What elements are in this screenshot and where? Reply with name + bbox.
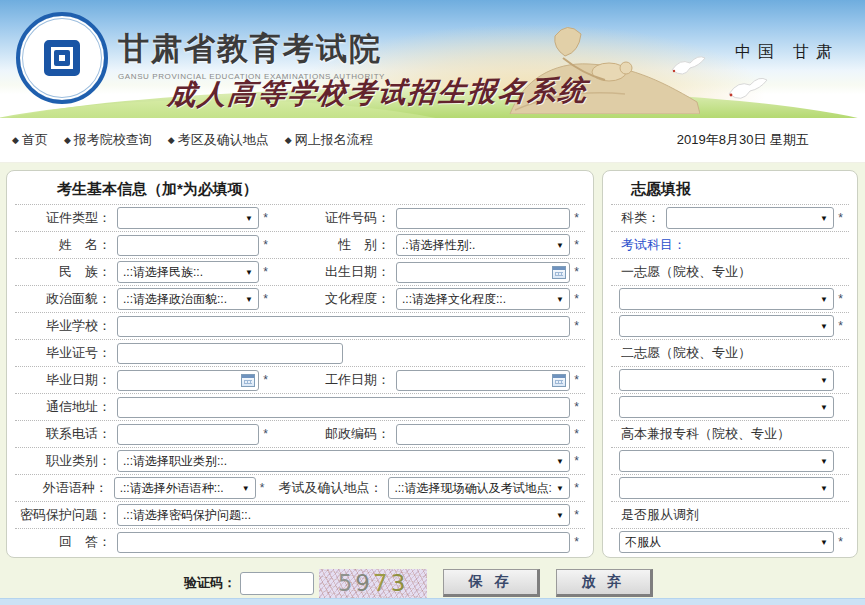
ethnicity-select[interactable]: .::请选择民族::.▼ xyxy=(117,261,259,283)
mailing-address-input[interactable] xyxy=(117,397,570,418)
first-choice-major-select[interactable]: ▼ xyxy=(619,315,834,337)
save-button[interactable]: 保 存 xyxy=(443,569,540,597)
chevron-down-icon: ▼ xyxy=(556,241,564,250)
captcha-image: 5973 xyxy=(319,569,427,598)
foreign-language-select[interactable]: .::请选择外语语种::.▼ xyxy=(114,477,256,499)
form-row: 毕业学校：* xyxy=(15,312,585,339)
field-label: 毕业学校： xyxy=(17,317,111,335)
required-mark: * xyxy=(570,292,583,306)
field-label: 政治面貌： xyxy=(17,290,111,308)
banner: 甘肃省教育考试院 GANSU PROVINCIAL EDUCATION EXAM… xyxy=(0,0,865,118)
required-mark: * xyxy=(259,265,272,279)
dove-icon xyxy=(724,72,770,112)
cancel-button[interactable]: 放 弃 xyxy=(556,569,653,597)
second-choice-major-select[interactable]: ▼ xyxy=(619,396,834,418)
ethnicity-select-value: .::请选择民族::. xyxy=(123,264,203,281)
education-level-select-value: .::请选择文化程度::. xyxy=(402,291,506,308)
occupation-select[interactable]: .::请选择职业类别::.▼ xyxy=(117,450,570,472)
form-row: 政治面貌：.::请选择政治面貌::.▼*文化程度：.::请选择文化程度::.▼* xyxy=(15,285,585,312)
form-title: 考生基本信息（加*为必填项） xyxy=(15,171,585,204)
cert-type-select[interactable]: ▼ xyxy=(117,207,259,229)
nav-item-考区及确认地点[interactable]: ◆考区及确认地点 xyxy=(168,131,269,149)
political-status-select-value: .::请选择政治面貌::. xyxy=(123,291,227,308)
required-mark: * xyxy=(259,427,272,441)
form-row: 回 答：* xyxy=(15,528,585,555)
exam-subjects-link[interactable]: 考试科目： xyxy=(613,236,686,254)
phone-input[interactable] xyxy=(117,424,259,445)
chevron-down-icon: ▼ xyxy=(820,457,828,466)
form-row: 联系电话：*邮政编码：* xyxy=(15,420,585,447)
required-mark: * xyxy=(570,319,583,333)
required-mark: * xyxy=(570,400,583,414)
form-row: 毕业日期：*工作日期：* xyxy=(15,366,585,393)
obey-adjustment-heading: 是否服从调剂 xyxy=(613,506,699,524)
nav-items: ◆首页◆报考院校查询◆考区及确认地点◆网上报名流程 xyxy=(12,131,373,149)
calendar-icon[interactable] xyxy=(241,374,255,387)
logo-seal-glyph xyxy=(44,40,80,76)
birth-date-field[interactable] xyxy=(396,262,570,283)
chevron-down-icon: ▼ xyxy=(820,403,828,412)
form-row: 职业类别：.::请选择职业类别::.▼* xyxy=(15,447,585,474)
concurrent-major-select[interactable]: ▼ xyxy=(619,477,834,499)
obey-adjustment-select[interactable]: 不服从▼ xyxy=(619,531,834,553)
form-row: 外语语种：.::请选择外语语种::.▼*考试及确认地点：.::请选择现场确认及考… xyxy=(15,474,585,501)
cert-number-input[interactable] xyxy=(396,208,570,229)
work-date-field[interactable] xyxy=(396,370,570,391)
field-label: 民 族： xyxy=(17,263,111,281)
exam-site-select-value: .::请选择现场确认及考试地点::. xyxy=(394,480,552,497)
graduation-date-field[interactable] xyxy=(117,370,259,391)
second-choice-school-select[interactable]: ▼ xyxy=(619,369,834,391)
diamond-bullet-icon: ◆ xyxy=(168,135,175,145)
postal-code-input[interactable] xyxy=(396,424,570,445)
subject-category-select[interactable]: ▼ xyxy=(666,207,834,229)
captcha-input[interactable] xyxy=(240,572,314,595)
political-status-select[interactable]: .::请选择政治面貌::.▼ xyxy=(117,288,259,310)
field-label: 考试及确认地点： xyxy=(269,479,383,497)
required-mark: * xyxy=(259,211,272,225)
field-label: 证件号码： xyxy=(272,209,390,227)
occupation-select-value: .::请选择职业类别::. xyxy=(123,453,227,470)
obey-adjustment-select-row: 不服从▼* xyxy=(611,528,849,555)
graduate-school-input[interactable] xyxy=(117,316,570,337)
calendar-icon[interactable] xyxy=(552,266,566,279)
field-label: 科类： xyxy=(613,209,660,227)
password-answer-input[interactable] xyxy=(117,532,570,553)
education-level-select[interactable]: .::请选择文化程度::.▼ xyxy=(396,288,570,310)
sidebar-items: 科类：▼*考试科目：一志愿（院校、专业）▼*▼*二志愿（院校、专业）▼▼高本兼报… xyxy=(611,204,849,555)
password-question-select[interactable]: .::请选择密码保护问题::.▼ xyxy=(117,504,570,526)
foreign-language-select-value: .::请选择外语语种::. xyxy=(120,480,224,497)
required-mark: * xyxy=(570,373,583,387)
chevron-down-icon: ▼ xyxy=(556,511,564,520)
exam-site-select[interactable]: .::请选择现场确认及考试地点::.▼ xyxy=(388,477,570,499)
chevron-down-icon: ▼ xyxy=(820,322,828,331)
first-choice-school-select[interactable]: ▼ xyxy=(619,288,834,310)
chevron-down-icon: ▼ xyxy=(245,295,253,304)
nav-item-网上报名流程[interactable]: ◆网上报名流程 xyxy=(285,131,373,149)
exam-subjects-link-row: 考试科目： xyxy=(611,231,849,258)
required-mark: * xyxy=(259,373,272,387)
calendar-icon[interactable] xyxy=(552,374,566,387)
diamond-bullet-icon: ◆ xyxy=(64,135,71,145)
nav-item-label: 报考院校查询 xyxy=(74,131,152,149)
second-choice-school-select-row: ▼ xyxy=(611,366,849,393)
chevron-down-icon: ▼ xyxy=(820,376,828,385)
gender-select[interactable]: .:请选择性别:.▼ xyxy=(396,234,570,256)
name-input[interactable] xyxy=(117,235,259,256)
field-label: 密码保护问题： xyxy=(17,506,111,524)
bottom-strip-decoration xyxy=(0,598,865,605)
concurrent-school-select[interactable]: ▼ xyxy=(619,450,834,472)
chevron-down-icon: ▼ xyxy=(242,484,250,493)
required-mark: * xyxy=(834,292,847,306)
required-mark: * xyxy=(834,319,847,333)
field-label: 文化程度： xyxy=(272,290,390,308)
nav-item-首页[interactable]: ◆首页 xyxy=(12,131,48,149)
main-content: 考生基本信息（加*为必填项） 证件类型：▼*证件号码：*姓 名：*性 别：.:请… xyxy=(0,163,865,605)
diploma-number-input[interactable] xyxy=(117,343,343,364)
chevron-down-icon: ▼ xyxy=(820,214,828,223)
field-label: 职业类别： xyxy=(17,452,111,470)
field-label: 证件类型： xyxy=(17,209,111,227)
field-label: 邮政编码： xyxy=(272,425,390,443)
nav-item-报考院校查询[interactable]: ◆报考院校查询 xyxy=(64,131,152,149)
form-row: 姓 名：*性 别：.:请选择性别:.▼* xyxy=(15,231,585,258)
current-date: 2019年8月30日 星期五 xyxy=(677,131,853,149)
